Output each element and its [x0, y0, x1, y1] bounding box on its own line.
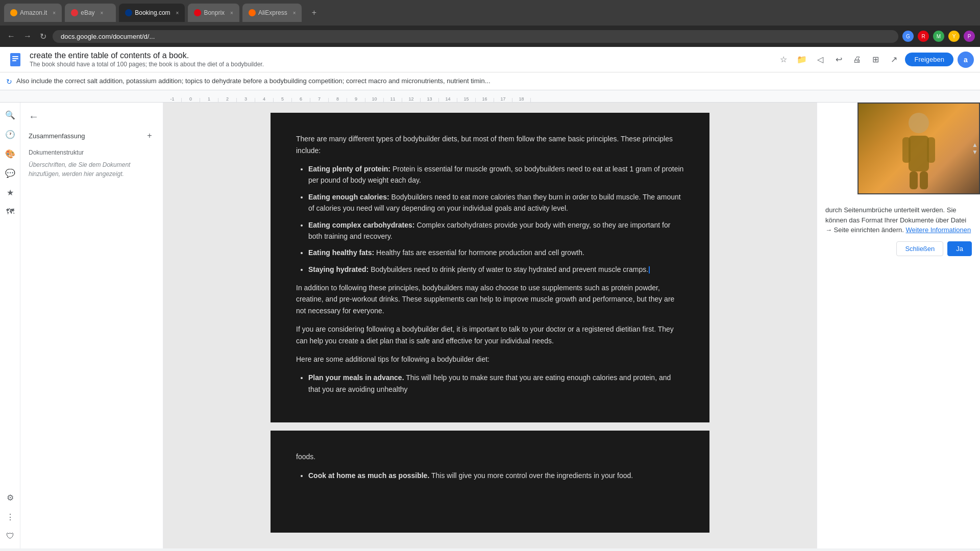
address-input[interactable] — [53, 30, 898, 43]
list-item: Eating enough calories: Bodybuilders nee… — [308, 191, 684, 214]
docs-title-area: create the entire table of contents of a… — [30, 51, 771, 68]
ruler-mark: 18 — [512, 98, 531, 102]
ext-google[interactable]: G — [902, 31, 914, 42]
main-layout: 🔍 🕐 🎨 💬 ★ 🗺 ⚙ ⋮ 🛡 ← Zusammenfassung + Do… — [0, 103, 980, 548]
bullet-text-4: Healthy fats are essential for hormone p… — [376, 248, 584, 257]
user-avatar[interactable]: a — [958, 52, 974, 68]
list-item: Eating healthy fats: Healthy fats are es… — [308, 247, 684, 258]
print-icon[interactable]: 🖨 — [850, 53, 864, 67]
tab-aliexpress-close[interactable]: × — [293, 10, 296, 16]
ruler-mark: -1 — [163, 98, 182, 102]
extension-icons: G R M Y P — [902, 31, 975, 42]
tab-booking[interactable]: Booking.com × — [119, 4, 185, 22]
ext-red[interactable]: R — [918, 31, 929, 42]
sidebar-icon-paint[interactable]: 🎨 — [2, 145, 18, 162]
sidebar-icon-settings[interactable]: ⚙ — [2, 489, 18, 506]
bookmark-icon[interactable]: ☆ — [776, 53, 791, 67]
ext-purple[interactable]: P — [964, 31, 975, 42]
history-icon[interactable]: ↩ — [831, 53, 846, 67]
svg-rect-1 — [12, 56, 18, 57]
tip-title-1: Plan your meals in advance. — [308, 373, 404, 382]
sidebar-icon-dots[interactable]: ⋮ — [2, 509, 18, 525]
ruler-mark: 11 — [384, 98, 402, 102]
ext-green[interactable]: M — [933, 31, 944, 42]
sidebar-icon-shield[interactable]: 🛡 — [2, 528, 18, 544]
back-button[interactable]: ← — [5, 30, 17, 43]
ruler-mark: 1 — [200, 98, 218, 102]
list-item: Eating complex carbohydrates: Complex ca… — [308, 219, 684, 242]
doc-page2-bullets: Cook at home as much as possible. This w… — [308, 470, 684, 481]
bullet-title-2: Eating enough calories: — [308, 193, 389, 201]
sidebar-icon-search[interactable]: 🔍 — [2, 107, 18, 123]
tab-ebay[interactable]: eBay × — [65, 4, 116, 22]
webcam-scroll-button[interactable]: ▲▼ — [972, 141, 978, 156]
tab-ebay-label: eBay — [81, 9, 94, 16]
tab-ebay-close[interactable]: × — [101, 10, 104, 16]
outline-back-button[interactable]: ← — [29, 111, 155, 122]
right-panel-content: × durch Seitenumbrüche unterteilt werden… — [817, 197, 980, 264]
svg-rect-5 — [909, 136, 929, 171]
browser-tab-bar: Amazon.it × eBay × Booking.com × Bonprix… — [0, 0, 980, 26]
webcam-overlay: ▲▼ — [857, 103, 980, 194]
doc-para2: If you are considering following a bodyb… — [296, 323, 684, 346]
back-arrow-icon: ← — [29, 111, 39, 122]
tab-bonprix-close[interactable]: × — [230, 10, 233, 16]
list-item: Staying hydrated: Bodybuilders need to d… — [308, 264, 684, 275]
forward-button[interactable]: → — [21, 30, 34, 43]
docs-toolbar-icons: ☆ 📁 ◁ ↩ 🖨 ⊞ ↗ Freigeben a — [776, 52, 974, 68]
outline-add-button[interactable]: + — [144, 131, 155, 141]
share-icon-2[interactable]: ↗ — [887, 53, 901, 67]
docs-top-bar: create the entire table of contents of a… — [0, 47, 980, 72]
cancel-action-button[interactable]: Schließen — [896, 241, 943, 256]
left-sidebar: 🔍 🕐 🎨 💬 ★ 🗺 ⚙ ⋮ 🛡 — [0, 103, 20, 548]
cook-text: This will give you more control over the… — [431, 471, 633, 480]
doc-tips-list: Plan your meals in advance. This will he… — [308, 372, 684, 395]
ext-yellow[interactable]: Y — [948, 31, 960, 42]
outline-summary-header: Zusammenfassung + — [29, 131, 155, 141]
sidebar-icon-map[interactable]: 🗺 — [2, 204, 18, 220]
text-cursor — [649, 266, 650, 273]
sidebar-icon-star[interactable]: ★ — [2, 184, 18, 201]
tab-bonprix[interactable]: Bonprix × — [188, 4, 239, 22]
tab-amazon-close[interactable]: × — [53, 10, 56, 16]
tab-booking-label: Booking.com — [135, 9, 170, 16]
bullet-title-4: Eating healthy fats: — [308, 248, 374, 257]
ruler-mark: 13 — [421, 98, 439, 102]
folder-icon[interactable]: 📁 — [795, 53, 809, 67]
ruler-mark: 6 — [292, 98, 310, 102]
ai-refresh-icon: ↻ — [6, 78, 12, 86]
right-panel-actions: Schließen Ja — [825, 241, 972, 256]
svg-point-4 — [909, 113, 929, 133]
collapse-icon[interactable]: ◁ — [813, 53, 827, 67]
ruler-mark: 9 — [347, 98, 365, 102]
tab-amazon[interactable]: Amazon.it × — [4, 4, 62, 22]
booking-favicon — [125, 9, 132, 16]
doc-intro[interactable]: There are many different types of bodybu… — [296, 133, 684, 156]
amazon-favicon — [10, 9, 17, 16]
ruler: -1 0 1 2 3 4 5 6 7 8 9 10 11 12 13 14 15… — [0, 90, 980, 103]
bonprix-favicon — [194, 9, 201, 16]
right-panel: ▲▼ × durch Seitenumbrüche unterteilt wer… — [817, 103, 980, 548]
sidebar-icon-history[interactable]: 🕐 — [2, 126, 18, 142]
doc-area[interactable]: There are many different types of bodybu… — [163, 103, 817, 548]
outline-summary-label: Zusammenfassung — [29, 132, 85, 140]
svg-rect-0 — [10, 53, 20, 66]
doc-page-2[interactable]: foods. Cook at home as much as possible.… — [271, 431, 709, 533]
cook-title: Cook at home as much as possible. — [308, 471, 429, 480]
tab-booking-close[interactable]: × — [176, 10, 179, 16]
svg-rect-2 — [12, 58, 18, 59]
new-tab-button[interactable]: + — [307, 6, 321, 20]
ruler-marks: -1 0 1 2 3 4 5 6 7 8 9 10 11 12 13 14 15… — [163, 90, 531, 102]
outline-structure-label: Dokumentenstruktur — [29, 149, 155, 156]
right-panel-link[interactable]: Weitere Informationen — [906, 226, 971, 234]
reload-button[interactable]: ↻ — [38, 30, 48, 43]
layout-icon[interactable]: ⊞ — [868, 53, 883, 67]
ai-input-bar: ↻ Also include the correct salt addition… — [0, 72, 980, 90]
confirm-action-button[interactable]: Ja — [947, 241, 972, 256]
sidebar-icon-comments[interactable]: 💬 — [2, 165, 18, 181]
doc-page-1[interactable]: There are many different types of bodybu… — [271, 113, 709, 422]
ruler-mark: 7 — [310, 98, 329, 102]
share-button[interactable]: Freigeben — [905, 53, 953, 66]
tab-aliexpress[interactable]: AliExpress × — [242, 4, 302, 22]
ruler-mark: 12 — [402, 98, 421, 102]
